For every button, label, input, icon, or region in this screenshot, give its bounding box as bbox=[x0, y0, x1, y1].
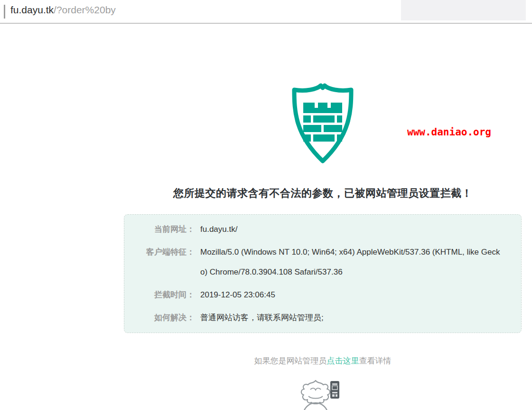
details-link[interactable]: 点击这里 bbox=[327, 356, 359, 365]
detail-value: Mozilla/5.0 (Windows NT 10.0; Win64; x64… bbox=[200, 242, 505, 282]
detail-row-current-url: 当前网址： fu.dayu.tk/ bbox=[124, 219, 505, 239]
note-prefix: 如果您是网站管理员 bbox=[254, 356, 327, 365]
detail-label: 拦截时间： bbox=[124, 285, 195, 305]
request-details-panel: 当前网址： fu.dayu.tk/ 客户端特征： Mozilla/5.0 (Wi… bbox=[124, 214, 522, 333]
detail-value: fu.dayu.tk/ bbox=[200, 219, 505, 239]
seal-stamp-icon bbox=[330, 381, 339, 399]
detail-row-block-time: 拦截时间： 2019-12-05 23:06:45 bbox=[124, 285, 505, 305]
text-caret bbox=[4, 5, 5, 19]
detail-row-user-agent: 客户端特征： Mozilla/5.0 (Windows NT 10.0; Win… bbox=[124, 242, 505, 282]
block-message-heading: 您所提交的请求含有不合法的参数，已被网站管理员设置拦截！ bbox=[0, 187, 532, 200]
url-path: /?order%20by bbox=[54, 4, 116, 15]
detail-label: 客户端特征： bbox=[124, 242, 195, 262]
admin-note: 如果您是网站管理员点击这里查看详情 bbox=[0, 356, 532, 366]
detail-value: 2019-12-05 23:06:45 bbox=[200, 285, 505, 305]
url-host: fu.dayu.tk bbox=[10, 4, 54, 15]
detail-value: 普通网站访客，请联系网站管理员; bbox=[200, 308, 505, 328]
note-suffix: 查看详情 bbox=[359, 356, 392, 365]
pagoda-logo-icon bbox=[294, 379, 351, 410]
shield-brick-wall-icon bbox=[289, 82, 356, 165]
detail-row-how-to-solve: 如何解决： 普通网站访客，请联系网站管理员; bbox=[124, 308, 505, 328]
detail-label: 如何解决： bbox=[124, 308, 195, 328]
detail-label: 当前网址： bbox=[124, 219, 195, 239]
firewall-block-page: 您所提交的请求含有不合法的参数，已被网站管理员设置拦截！ 当前网址： fu.da… bbox=[0, 25, 532, 410]
watermark-text: www.daniao.org bbox=[407, 126, 491, 138]
address-bar[interactable]: fu.dayu.tk/?order%20by bbox=[10, 4, 116, 16]
toolbar-area bbox=[401, 0, 526, 20]
browser-top-bar: fu.dayu.tk/?order%20by bbox=[0, 0, 532, 24]
